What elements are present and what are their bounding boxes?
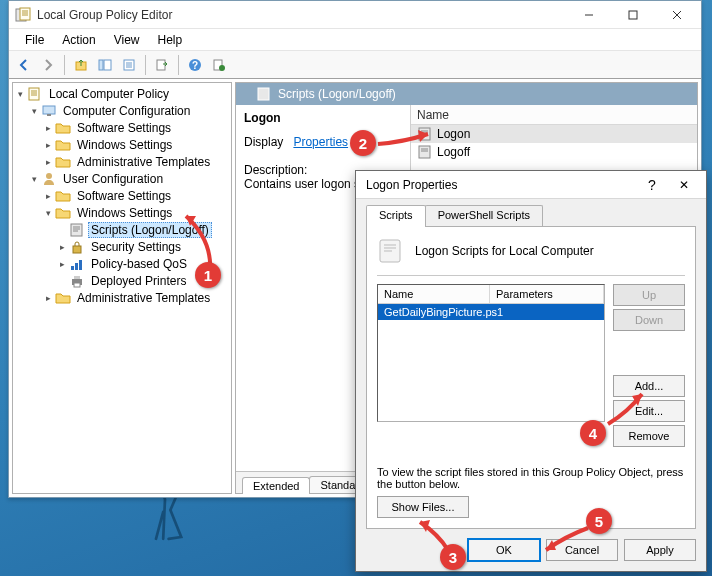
svg-text:?: ? bbox=[192, 60, 198, 71]
folder-icon bbox=[55, 205, 71, 221]
svg-rect-23 bbox=[74, 283, 80, 287]
toolbar-show-hide-tree-button[interactable] bbox=[94, 54, 116, 76]
menu-file[interactable]: File bbox=[17, 31, 52, 49]
tree-comp-software[interactable]: ▸Software Settings bbox=[13, 119, 231, 136]
svg-rect-2 bbox=[629, 11, 637, 19]
scripts-large-icon bbox=[377, 237, 405, 265]
policy-icon bbox=[27, 86, 43, 102]
folder-icon bbox=[55, 137, 71, 153]
svg-rect-13 bbox=[43, 106, 55, 114]
scripts-icon bbox=[69, 222, 85, 238]
hint-text: To view the script files stored in this … bbox=[377, 466, 685, 490]
dialog-title: Logon Properties bbox=[366, 178, 638, 192]
gpe-toolbar: ? bbox=[9, 51, 701, 79]
logon-properties-dialog: Logon Properties ? ✕ Scripts PowerShell … bbox=[355, 170, 707, 572]
svg-rect-4 bbox=[99, 60, 103, 70]
dialog-titlebar: Logon Properties ? ✕ bbox=[356, 171, 706, 199]
svg-rect-17 bbox=[73, 246, 81, 253]
show-files-button[interactable]: Show Files... bbox=[377, 496, 469, 518]
toolbar-export-button[interactable] bbox=[151, 54, 173, 76]
user-icon bbox=[41, 171, 57, 187]
svg-rect-14 bbox=[47, 114, 51, 116]
tree-user-software[interactable]: ▸Software Settings bbox=[13, 187, 231, 204]
content-header-title: Scripts (Logon/Logoff) bbox=[278, 87, 396, 101]
svg-rect-12 bbox=[29, 88, 39, 100]
svg-rect-16 bbox=[71, 224, 82, 236]
menu-view[interactable]: View bbox=[106, 31, 148, 49]
folder-icon bbox=[55, 154, 71, 170]
toolbar-properties-button[interactable] bbox=[118, 54, 140, 76]
apply-button[interactable]: Apply bbox=[624, 539, 696, 561]
dialog-tab-strip: Scripts PowerShell Scripts bbox=[366, 205, 696, 227]
svg-rect-1 bbox=[20, 8, 30, 20]
list-item-logoff[interactable]: Logoff bbox=[411, 143, 697, 161]
annotation-arrow-1 bbox=[180, 210, 240, 280]
tab-powershell[interactable]: PowerShell Scripts bbox=[425, 205, 543, 227]
qos-icon bbox=[69, 256, 85, 272]
gpe-tree-pane[interactable]: ▾ Local Computer Policy ▾ Computer Confi… bbox=[12, 82, 232, 494]
svg-point-15 bbox=[46, 173, 52, 179]
properties-link[interactable]: Properties bbox=[293, 135, 348, 149]
dialog-help-button[interactable]: ? bbox=[638, 177, 666, 193]
maximize-button[interactable] bbox=[611, 2, 655, 28]
tree-comp-windows[interactable]: ▸Windows Settings bbox=[13, 136, 231, 153]
display-label: Display bbox=[244, 135, 283, 149]
up-button[interactable]: Up bbox=[613, 284, 685, 306]
gpe-menubar: File Action View Help bbox=[9, 29, 701, 51]
svg-rect-24 bbox=[258, 88, 269, 100]
dialog-close-button[interactable]: ✕ bbox=[666, 178, 702, 192]
scripts-icon bbox=[256, 86, 272, 102]
lock-icon bbox=[69, 239, 85, 255]
gpe-window-title: Local Group Policy Editor bbox=[37, 8, 567, 22]
annotation-arrow-4 bbox=[604, 388, 650, 430]
menu-action[interactable]: Action bbox=[54, 31, 103, 49]
list-item-logon[interactable]: Logon bbox=[411, 125, 697, 143]
menu-help[interactable]: Help bbox=[150, 31, 191, 49]
printer-icon bbox=[69, 273, 85, 289]
gpe-app-icon bbox=[15, 7, 31, 23]
content-header: Scripts (Logon/Logoff) bbox=[236, 83, 697, 105]
folder-icon bbox=[55, 188, 71, 204]
minimize-button[interactable] bbox=[567, 2, 611, 28]
script-row[interactable]: GetDailyBingPicture.ps1 bbox=[378, 304, 604, 320]
svg-rect-7 bbox=[157, 60, 165, 70]
close-button[interactable] bbox=[655, 2, 699, 28]
toolbar-back-button[interactable] bbox=[13, 54, 35, 76]
tab-panel-scripts: Logon Scripts for Local Computer Name Pa… bbox=[366, 226, 696, 529]
computer-icon bbox=[41, 103, 57, 119]
gpe-titlebar: Local Group Policy Editor bbox=[9, 1, 701, 29]
tree-computer-config[interactable]: ▾ Computer Configuration bbox=[13, 102, 231, 119]
col-param-header[interactable]: Parameters bbox=[490, 285, 604, 303]
annotation-arrow-5 bbox=[540, 524, 594, 558]
col-name-header[interactable]: Name bbox=[378, 285, 490, 303]
tree-root[interactable]: ▾ Local Computer Policy bbox=[13, 85, 231, 102]
down-button[interactable]: Down bbox=[613, 309, 685, 331]
svg-rect-5 bbox=[104, 60, 111, 70]
folder-icon bbox=[55, 120, 71, 136]
folder-icon bbox=[55, 290, 71, 306]
svg-rect-19 bbox=[75, 263, 78, 270]
svg-rect-18 bbox=[71, 266, 74, 270]
toolbar-filter-button[interactable] bbox=[208, 54, 230, 76]
annotation-arrow-2 bbox=[374, 126, 436, 156]
list-column-name[interactable]: Name bbox=[411, 105, 697, 125]
tree-comp-admin[interactable]: ▸Administrative Templates bbox=[13, 153, 231, 170]
toolbar-up-button[interactable] bbox=[70, 54, 92, 76]
tab-extended[interactable]: Extended bbox=[242, 477, 310, 494]
svg-rect-22 bbox=[74, 276, 80, 279]
tab-scripts[interactable]: Scripts bbox=[366, 205, 426, 227]
tree-user-config[interactable]: ▾ User Configuration bbox=[13, 170, 231, 187]
tree-user-admin[interactable]: ▸Administrative Templates bbox=[13, 289, 231, 306]
annotation-arrow-3 bbox=[414, 516, 460, 556]
svg-point-11 bbox=[219, 65, 225, 71]
svg-rect-20 bbox=[79, 260, 82, 270]
toolbar-forward-button[interactable] bbox=[37, 54, 59, 76]
ok-button[interactable]: OK bbox=[468, 539, 540, 561]
content-heading: Logon bbox=[244, 111, 402, 125]
panel-title: Logon Scripts for Local Computer bbox=[415, 244, 594, 258]
toolbar-help-button[interactable]: ? bbox=[184, 54, 206, 76]
scripts-list[interactable]: Name Parameters GetDailyBingPicture.ps1 bbox=[377, 284, 605, 422]
